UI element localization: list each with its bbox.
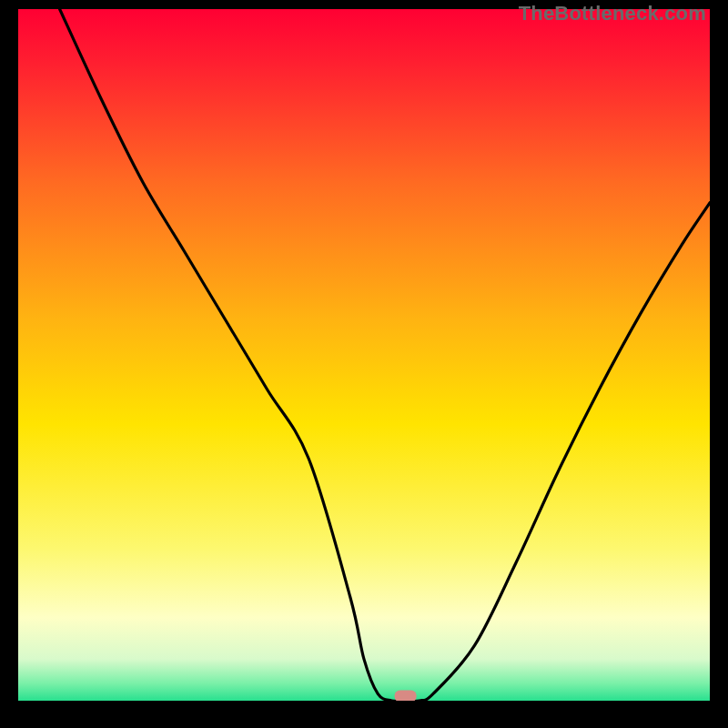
- watermark-label: TheBottleneck.com: [519, 2, 706, 25]
- chart-svg: [18, 9, 710, 701]
- chart-frame: TheBottleneck.com: [0, 0, 728, 728]
- plot-area: [18, 9, 710, 701]
- gradient-background: [18, 9, 710, 701]
- marker-dot: [395, 690, 417, 701]
